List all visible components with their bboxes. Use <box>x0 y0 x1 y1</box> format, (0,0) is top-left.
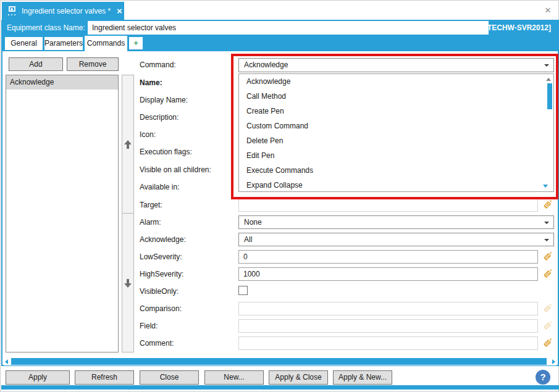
comparison-label: Comparison: <box>140 304 182 314</box>
dropdown-option-delete-pen[interactable]: Delete Pen <box>239 133 553 148</box>
equipment-class-name-label: Equipment class Name: <box>7 23 85 32</box>
tab-general[interactable]: General <box>5 37 43 50</box>
acknowledge-combobox[interactable]: All <box>238 233 554 246</box>
equipment-class-icon <box>7 6 17 16</box>
display-name-label: Display Name: <box>140 96 188 105</box>
tag-icon-disabled <box>542 321 552 332</box>
dropdown-option-edit-pen[interactable]: Edit Pen <box>239 148 553 163</box>
command-dropdown-popup: Acknowledge Call Method Create Pen Custo… <box>238 73 554 192</box>
tag-icon[interactable] <box>542 269 552 280</box>
apply-button[interactable]: Apply <box>6 370 70 385</box>
help-button[interactable]: ? <box>536 370 550 385</box>
command-label: Command: <box>140 60 176 70</box>
refresh-button[interactable]: Refresh <box>75 370 134 385</box>
command-combobox-value: Acknowledge <box>244 60 288 69</box>
dropdown-option-execute-commands[interactable]: Execute Commands <box>239 163 553 178</box>
move-up-button[interactable] <box>122 75 133 214</box>
chevron-down-icon <box>544 64 549 67</box>
tag-icon[interactable] <box>542 338 552 349</box>
arrow-up-icon <box>124 140 132 149</box>
tag-icon[interactable] <box>542 200 552 211</box>
remove-command-button[interactable]: Remove <box>67 57 119 71</box>
tab-commands[interactable]: Commands <box>85 36 127 51</box>
horizontal-scrollbar-thumb[interactable] <box>11 358 547 365</box>
document-tab-title: Ingredient selector valves * <box>22 7 111 15</box>
target-input[interactable] <box>238 198 538 212</box>
equipment-class-name-input[interactable] <box>88 21 489 35</box>
acknowledge-label: Acknowledge: <box>140 235 186 244</box>
chevron-down-icon <box>544 239 549 241</box>
field-label: Field: <box>140 322 158 331</box>
apply-and-new-button[interactable]: Apply & New... <box>333 370 392 385</box>
dropdown-option-call-method[interactable]: Call Method <box>239 89 553 104</box>
alarm-label: Alarm: <box>140 218 161 227</box>
scroll-down-icon[interactable] <box>543 185 548 188</box>
description-label: Description: <box>140 113 179 122</box>
high-severity-label: HighSeverity: <box>140 270 183 279</box>
name-label: Name: <box>140 78 162 88</box>
apply-and-close-button[interactable]: Apply & Close <box>269 370 328 385</box>
application-window: Ingredient selector valves * × × Equipme… <box>0 0 559 392</box>
new-button[interactable]: New... <box>204 370 264 385</box>
comment-label: Comment: <box>140 339 174 348</box>
alarm-combobox[interactable]: None <box>238 215 554 229</box>
dropdown-option-create-pen[interactable]: Create Pen <box>239 104 553 119</box>
header-bar: Equipment class Name: [TECHW-SVR2012] <box>1 20 559 36</box>
server-badge: [TECHW-SVR2012] <box>485 23 551 32</box>
execution-flags-label: Execution flags: <box>140 148 192 157</box>
window-close-icon[interactable]: × <box>542 5 553 16</box>
icon-label: Icon: <box>140 130 156 140</box>
dropdown-scrollbar-thumb[interactable] <box>547 83 552 109</box>
high-severity-input[interactable] <box>238 267 538 281</box>
target-label: Target: <box>140 201 162 210</box>
tag-icon[interactable] <box>542 252 552 262</box>
command-list[interactable]: Acknowledge <box>6 75 119 352</box>
available-in-label: Available in: <box>140 183 180 192</box>
comparison-input[interactable] <box>238 302 538 315</box>
reorder-strip <box>122 75 134 352</box>
dropdown-option-custom-command[interactable]: Custom Command <box>239 119 553 133</box>
visible-only-checkbox[interactable] <box>238 286 248 295</box>
command-list-item-selected[interactable]: Acknowledge <box>6 75 118 90</box>
tab-parameters[interactable]: Parameters <box>44 37 83 50</box>
document-tab[interactable]: Ingredient selector valves * × <box>2 2 124 20</box>
low-severity-input[interactable] <box>238 250 538 264</box>
visible-only-label: VisibleOnly: <box>140 287 179 296</box>
visible-on-all-children-label: Visible on all children: <box>140 165 211 175</box>
tag-icon-disabled <box>542 304 552 314</box>
document-tab-close-icon[interactable]: × <box>117 6 122 15</box>
scroll-right-icon[interactable] <box>552 359 555 364</box>
low-severity-label: LowSeverity: <box>140 252 182 262</box>
tab-add-button[interactable]: + <box>129 37 143 49</box>
add-command-button[interactable]: Add <box>9 57 63 71</box>
acknowledge-combobox-value: All <box>244 235 252 244</box>
scroll-up-icon[interactable] <box>546 78 551 81</box>
command-combobox[interactable]: Acknowledge <box>238 58 554 72</box>
comment-input[interactable] <box>238 336 538 350</box>
bottom-accent-bar <box>1 385 559 390</box>
tab-strip: General Parameters Commands + <box>1 36 559 51</box>
scroll-left-icon[interactable] <box>5 359 8 364</box>
field-input[interactable] <box>238 319 538 333</box>
horizontal-scrollbar[interactable] <box>4 357 557 365</box>
alarm-combobox-value: None <box>244 218 262 227</box>
dropdown-option-acknowledge[interactable]: Acknowledge <box>239 74 553 89</box>
close-button[interactable]: Close <box>140 370 199 385</box>
dropdown-option-expand-collapse[interactable]: Expand Collapse <box>239 178 553 193</box>
move-down-button[interactable] <box>122 214 133 352</box>
arrow-down-icon <box>124 279 132 288</box>
chevron-down-icon <box>544 222 549 224</box>
